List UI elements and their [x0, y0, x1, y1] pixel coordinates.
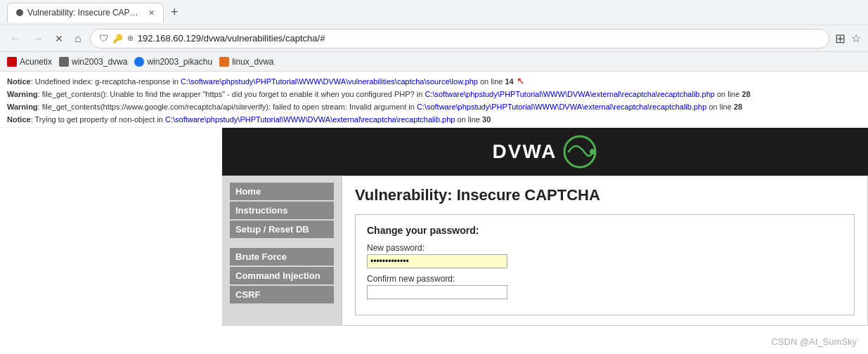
bookmarks-bar: Acunetix win2003_dvwa win2003_pikachu li… [0, 52, 868, 72]
warning-label-2: Warning [7, 103, 38, 111]
notice-1: Notice: Undefined index: g-recaptcha-res… [7, 73, 861, 88]
bookmark-win2003dvwa-label: win2003_dvwa [72, 57, 127, 67]
confirm-password-row: Confirm new password: [367, 274, 843, 299]
password-change-box: Change your password: New password: Conf… [355, 214, 855, 315]
new-tab-button[interactable]: + [167, 5, 183, 20]
browser-titlebar: Vulnerability: Insecure CAPTC... ✕ + [0, 0, 868, 25]
sidebar-item-home[interactable]: Home [230, 183, 334, 200]
confirm-password-input[interactable] [367, 285, 507, 299]
warning-1: Warning: file_get_contents(): Unable to … [7, 88, 861, 101]
notice-label-2: Notice [7, 115, 31, 124]
browser-toolbar: ← → ✕ ⌂ 🛡 🔑 ⊕ ⊞ ☆ [0, 25, 868, 52]
warning-line-num-1: 28 [741, 90, 750, 98]
address-key-icon: ⊕ [127, 34, 134, 43]
arrow-icon-1: ↖ [517, 73, 525, 88]
sidebar-item-instructions[interactable]: Instructions [230, 202, 334, 219]
sidebar-gap [222, 240, 342, 247]
home-button[interactable]: ⌂ [72, 31, 84, 46]
sidebar-item-command-injection[interactable]: Command Injection [230, 267, 334, 284]
bookmark-linuxdvwa[interactable]: linux_dvwa [219, 57, 273, 67]
dvwa-logo: DVWA [493, 133, 598, 170]
section-title: Change your password: [367, 225, 843, 236]
new-password-row: New password: [367, 243, 843, 268]
sidebar-item-setup-reset-db[interactable]: Setup / Reset DB [230, 221, 334, 238]
sidebar-item-brute-force[interactable]: Brute Force [230, 248, 334, 266]
address-input[interactable] [138, 33, 820, 44]
forward-button[interactable]: → [30, 31, 46, 46]
notice-label-1: Notice [7, 77, 31, 86]
tab-area: Vulnerability: Insecure CAPTC... ✕ + [7, 3, 183, 22]
win2003pikachu-icon [134, 57, 144, 67]
dvwa-logo-circle-svg [562, 133, 598, 170]
notice-line-num-1: 14 [505, 77, 513, 86]
sidebar: Home Instructions Setup / Reset DB Brute… [222, 176, 342, 326]
tab-favicon [16, 9, 23, 16]
warning-path-1: C:\software\phpstudy\PHPTutorial\WWW\DVW… [425, 90, 714, 98]
new-password-label: New password: [367, 243, 843, 253]
tab-title: Vulnerability: Insecure CAPTC... [27, 8, 140, 18]
bookmark-win2003pikachu-label: win2003_pikachu [147, 57, 212, 67]
dvwa-header: DVWA [222, 128, 868, 176]
extensions-icon[interactable]: ⊞ [835, 31, 846, 46]
warning-2: Warning: file_get_contents(https://www.g… [7, 101, 861, 114]
linuxdvwa-icon [219, 57, 229, 67]
dvwa-section: DVWA Home Instructions Setup / Reset DB … [222, 128, 868, 326]
warning-path-2: C:\software\phpstudy\PHPTutorial\WWW\DVW… [417, 103, 706, 111]
main-content: Vulnerability: Insecure CAPTCHA Change y… [342, 176, 868, 326]
page-title: Vulnerability: Insecure CAPTCHA [355, 186, 855, 204]
notice-line-num-2: 30 [482, 115, 491, 124]
close-nav-button[interactable]: ✕ [52, 32, 66, 46]
dvwa-logo-text: DVWA [493, 140, 557, 163]
notices-area: Notice: Undefined index: g-recaptcha-res… [0, 72, 868, 128]
tab-close-button[interactable]: ✕ [148, 8, 155, 18]
acunetix-icon [7, 57, 17, 67]
shield-icon: 🛡 [99, 33, 108, 44]
address-bar-container: 🛡 🔑 ⊕ [90, 29, 829, 48]
bookmark-acunetix-label: Acunetix [20, 57, 52, 67]
notice-2: Notice: Trying to get property of non-ob… [7, 114, 861, 126]
browser-tab[interactable]: Vulnerability: Insecure CAPTC... ✕ [7, 3, 164, 22]
dvwa-content-area: DVWA Home Instructions Setup / Reset DB … [222, 128, 868, 326]
sidebar-item-csrf[interactable]: CSRF [230, 286, 334, 303]
bookmark-acunetix[interactable]: Acunetix [7, 57, 52, 67]
watermark: CSDN @AI_SumSky [771, 336, 857, 347]
dvwa-body: Home Instructions Setup / Reset DB Brute… [222, 176, 868, 326]
svg-point-1 [590, 149, 595, 155]
win2003dvwa-icon [59, 57, 69, 67]
warning-label-1: Warning [7, 90, 38, 98]
lock-icon: 🔑 [112, 34, 123, 44]
bookmark-win2003pikachu[interactable]: win2003_pikachu [134, 57, 212, 67]
bookmark-linuxdvwa-label: linux_dvwa [232, 57, 273, 67]
warning-line-num-2: 28 [734, 103, 742, 111]
notice-path-2: C:\software\phpstudy\PHPTutorial\WWW\DVW… [165, 115, 455, 124]
bookmark-star-icon[interactable]: ☆ [851, 32, 861, 45]
back-button[interactable]: ← [7, 31, 24, 46]
bookmark-win2003dvwa[interactable]: win2003_dvwa [59, 57, 127, 67]
notice-path-1: C:\software\phpstudy\PHPTutorial\WWW\DVW… [181, 77, 478, 86]
new-password-input[interactable] [367, 254, 507, 268]
confirm-password-label: Confirm new password: [367, 274, 843, 284]
